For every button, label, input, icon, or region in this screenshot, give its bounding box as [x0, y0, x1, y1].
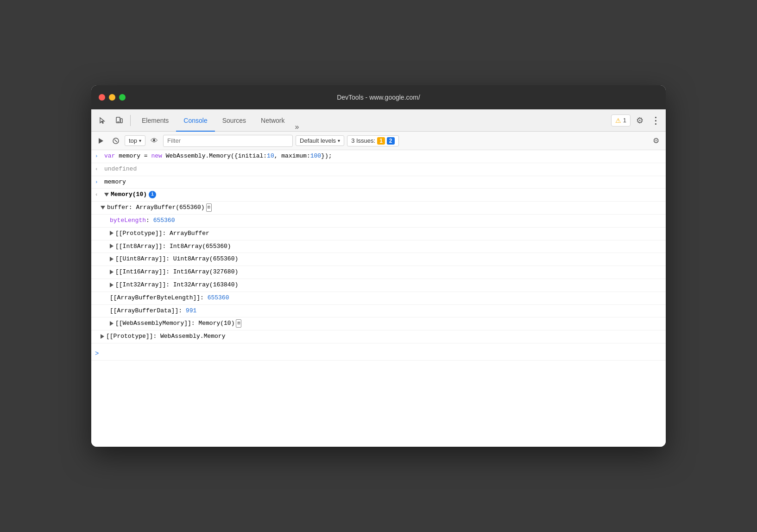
more-options-button[interactable]: ⋮ — [649, 114, 662, 127]
buffer-icon-2: ⊞ — [236, 319, 241, 328]
issues-badge[interactable]: ⚠ 1 — [611, 114, 631, 127]
console-wasm-mem[interactable]: [[WebAssemblyMemory]]: Memory(10)⊞ — [110, 319, 662, 329]
tab-network[interactable]: Network — [253, 110, 292, 132]
issues-count-badge[interactable]: 3 Issues: 1 2 — [347, 135, 398, 146]
level-selector[interactable]: Default levels ▾ — [296, 135, 344, 146]
console-uint8[interactable]: [[Uint8Array]]: Uint8Array(655360) — [110, 254, 662, 264]
console-input-line[interactable]: > — [91, 347, 666, 361]
issues-count-label: 3 Issues: — [351, 137, 375, 144]
input-arrow-1: › — [95, 152, 101, 161]
console-toolbar: top ▾ 👁 Default levels ▾ 3 Issues: 1 2 ⚙ — [91, 132, 666, 150]
console-line-5: buffer: ArrayBuffer(655360)⊞ — [91, 202, 666, 215]
tab-console[interactable]: Console — [176, 110, 214, 132]
console-code-1: var memory = new WebAssembly.Memory({ini… — [104, 152, 662, 161]
window-title: DevTools - www.google.com/ — [337, 94, 420, 101]
settings-button[interactable]: ⚙ — [633, 114, 646, 127]
console-line-2: ‹ undefined — [91, 163, 666, 176]
console-line-10: [[Int16Array]]: Int16Array(327680) — [91, 266, 666, 279]
tab-elements[interactable]: Elements — [134, 110, 176, 132]
maximize-button[interactable] — [119, 94, 126, 101]
console-output-2: undefined — [104, 165, 662, 174]
console-bytelength: byteLength: 655360 — [110, 216, 662, 226]
context-label: top — [129, 137, 137, 144]
console-int8[interactable]: [[Int8Array]]: Int8Array(655360) — [110, 242, 662, 252]
console-line-1: › var memory = new WebAssembly.Memory({i… — [91, 150, 666, 163]
clear-console-button[interactable] — [110, 135, 122, 147]
toolbar-right: ⚠ 1 ⚙ ⋮ — [611, 114, 662, 127]
console-memory-root[interactable]: Memory(10)i — [104, 190, 662, 200]
minimize-button[interactable] — [109, 94, 115, 101]
console-line-15: [[Prototype]]: WebAssembly.Memory — [91, 330, 666, 343]
console-line-11: [[Int32Array]]: Int32Array(163840) — [91, 279, 666, 292]
console-code-3: memory — [104, 177, 662, 187]
tab-list: Elements Console Sources Network » — [134, 109, 609, 131]
console-line-3: › memory — [91, 176, 666, 189]
more-tabs-button[interactable]: » — [292, 123, 302, 131]
info-icon: i — [149, 191, 156, 198]
main-toolbar: Elements Console Sources Network » ⚠ 1 ⚙… — [91, 109, 666, 132]
traffic-lights — [99, 94, 126, 101]
issues-warn-count: 1 — [623, 117, 626, 124]
input-arrow-3: › — [95, 177, 101, 187]
tab-sources[interactable]: Sources — [215, 110, 253, 132]
device-icon[interactable] — [112, 113, 126, 128]
buffer-icon-1: ⊞ — [206, 203, 212, 212]
svg-line-5 — [114, 139, 117, 142]
console-line-4: ‹ Memory(10)i — [91, 189, 666, 202]
console-int32[interactable]: [[Int32Array]]: Int32Array(163840) — [110, 280, 662, 290]
output-arrow-2: ‹ — [95, 165, 101, 174]
console-settings-button[interactable]: ⚙ — [650, 135, 662, 147]
info-badge: 2 — [387, 137, 395, 145]
run-script-button[interactable] — [95, 135, 107, 147]
console-line-13: [[ArrayBufferData]]: 991 — [91, 305, 666, 318]
console-prompt: > — [95, 348, 101, 359]
eye-button[interactable]: 👁 — [148, 135, 160, 147]
console-abbyte: [[ArrayBufferByteLength]]: 655360 — [110, 293, 662, 303]
console-line-6: byteLength: 655360 — [91, 215, 666, 228]
titlebar: DevTools - www.google.com/ — [91, 85, 666, 109]
console-proto-ab[interactable]: [[Prototype]]: ArrayBuffer — [110, 229, 662, 239]
devtools-window: DevTools - www.google.com/ Elements Cons… — [91, 85, 666, 447]
console-line-12: [[ArrayBufferByteLength]]: 655360 — [91, 292, 666, 305]
console-abdata: [[ArrayBufferData]]: 991 — [110, 306, 662, 316]
cursor-icon[interactable] — [95, 113, 110, 128]
svg-rect-1 — [120, 119, 122, 123]
output-arrow-4: ‹ — [95, 190, 101, 199]
levels-label: Default levels — [300, 137, 336, 144]
filter-input[interactable] — [163, 135, 293, 147]
console-buffer-row[interactable]: buffer: ArrayBuffer(655360)⊞ — [101, 203, 662, 213]
console-content: › var memory = new WebAssembly.Memory({i… — [91, 150, 666, 447]
context-arrow: ▾ — [139, 138, 141, 143]
levels-arrow: ▾ — [338, 138, 340, 143]
warn-badge: 1 — [377, 137, 385, 145]
warn-icon: ⚠ — [615, 117, 621, 124]
console-line-9: [[Uint8Array]]: Uint8Array(655360) — [91, 253, 666, 266]
svg-marker-3 — [99, 138, 103, 144]
context-selector[interactable]: top ▾ — [125, 135, 145, 146]
toolbar-divider-1 — [130, 115, 131, 126]
console-line-8: [[Int8Array]]: Int8Array(655360) — [91, 241, 666, 253]
console-line-14: [[WebAssemblyMemory]]: Memory(10)⊞ — [91, 317, 666, 330]
close-button[interactable] — [99, 94, 105, 101]
console-proto-wasm[interactable]: [[Prototype]]: WebAssembly.Memory — [101, 332, 662, 342]
console-line-7: [[Prototype]]: ArrayBuffer — [91, 228, 666, 241]
console-int16[interactable]: [[Int16Array]]: Int16Array(327680) — [110, 267, 662, 277]
